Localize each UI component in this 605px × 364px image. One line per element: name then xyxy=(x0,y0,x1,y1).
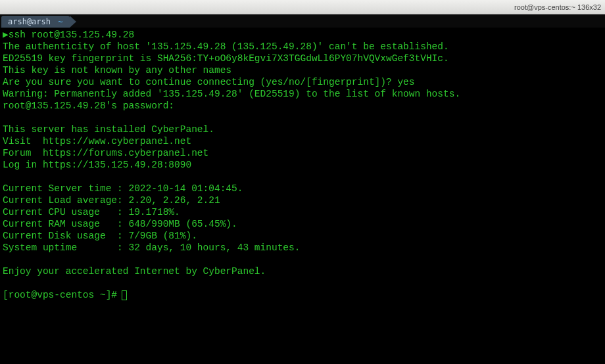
terminal-output[interactable]: ▶ssh root@135.125.49.28 The authenticity… xyxy=(0,28,605,364)
terminal-line: Are you sure you want to continue connec… xyxy=(3,77,415,87)
tab-path: ~ xyxy=(55,17,62,26)
terminal-prompt: [root@vps-centos ~]# xyxy=(3,290,123,300)
terminal-line: System uptime : 32 days, 10 hours, 43 mi… xyxy=(3,242,300,253)
terminal-line: Log in https://135.125.49.28:8090 xyxy=(3,160,191,170)
terminal-line: The authenticity of host '135.125.49.28 … xyxy=(3,41,449,52)
terminal-line: Forum https://forums.cyberpanel.net xyxy=(3,148,208,158)
terminal-line: Current CPU usage : 19.1718%. xyxy=(3,207,180,217)
tab-session[interactable]: arsh@arsh ~ xyxy=(1,16,70,28)
cursor xyxy=(122,290,127,300)
titlebar-right: root@vps-centos:~ 136x32 xyxy=(514,3,601,11)
terminal-line: Current RAM usage : 648/990MB (65.45%). xyxy=(3,219,237,229)
terminal-line: Current Server time : 2022-10-14 01:04:4… xyxy=(3,183,243,194)
terminal-line: Enjoy your accelerated Internet by Cyber… xyxy=(3,266,266,277)
terminal-line: This key is not known by any other names xyxy=(3,65,231,76)
tab-label: arsh@arsh xyxy=(8,17,51,26)
terminal-line: Visit https://www.cyberpanel.net xyxy=(3,136,191,147)
window-titlebar: root@vps-centos:~ 136x32 xyxy=(0,0,605,14)
terminal-line: ▶ssh root@135.125.49.28 xyxy=(3,30,134,40)
terminal-line: Current Load average: 2.20, 2.26, 2.21 xyxy=(3,195,220,206)
terminal-line: Warning: Permanently added '135.125.49.2… xyxy=(3,89,460,99)
terminal-line: ED25519 key fingerprint is SHA256:TY+oO6… xyxy=(3,53,449,64)
tab-bar: arsh@arsh ~ xyxy=(0,14,605,28)
terminal-line: Current Disk usage : 7/9GB (81%). xyxy=(3,231,197,241)
terminal-line: This server has installed CyberPanel. xyxy=(3,124,214,135)
terminal-line: root@135.125.49.28's password: xyxy=(3,101,174,111)
